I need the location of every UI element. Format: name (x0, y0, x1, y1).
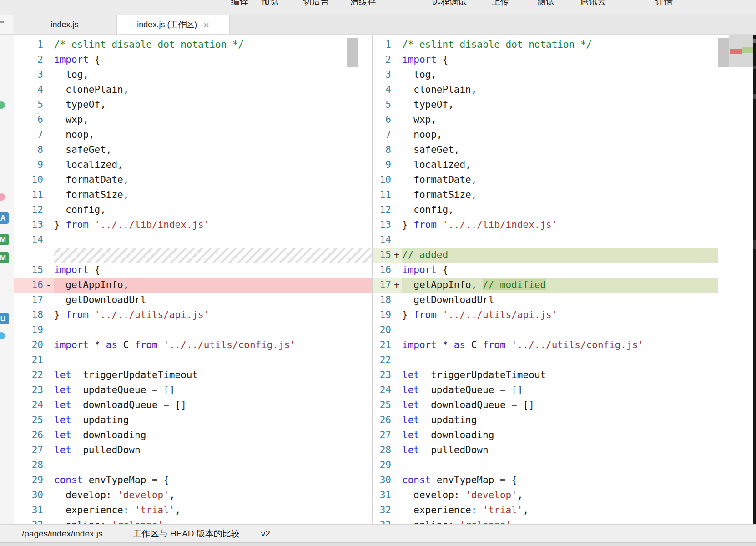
code-line[interactable]: 6 wxp, (14, 112, 372, 127)
code-line[interactable]: 29 (373, 458, 718, 473)
code-line[interactable]: 28 (14, 458, 372, 473)
menu-item-background[interactable]: 切后台 (303, 0, 329, 8)
code-line[interactable]: 23let _triggerUpdateTimeout (373, 368, 718, 383)
code-line[interactable]: 24let _updateQueue = [] (373, 383, 718, 398)
code-line[interactable]: 16- getAppInfo, (14, 278, 372, 293)
code-line[interactable]: 23let _updateQueue = [] (14, 383, 372, 398)
code-text: typeOf, (54, 97, 372, 112)
line-number: 3 (373, 67, 391, 82)
code-line[interactable]: 6 wxp, (373, 112, 718, 127)
diff-sign (43, 112, 54, 127)
code-line[interactable]: 7 noop, (14, 127, 372, 142)
code-line[interactable]: 2import { (373, 52, 718, 67)
code-line[interactable]: 9 localized, (373, 157, 718, 172)
line-number: 12 (14, 202, 43, 217)
scrollbar-thumb-right[interactable] (718, 38, 729, 67)
code-line[interactable]: 17+ getAppInfo, // modified (373, 278, 718, 293)
code-line[interactable]: 28let _pulledDown (373, 443, 718, 458)
menu-item-compile[interactable]: 编译 (231, 0, 248, 8)
diff-sign: + (391, 248, 402, 263)
code-line[interactable]: 25let _downloadQueue = [] (373, 398, 718, 413)
code-text: // added (402, 248, 718, 263)
menu-item-test[interactable]: 测试 (537, 0, 554, 8)
code-line[interactable]: 22let _triggerUpdateTimeout (14, 368, 372, 383)
gutter: 9 (14, 157, 54, 172)
code-line[interactable]: 14 (14, 233, 372, 248)
code-line[interactable]: 7 noop, (373, 127, 718, 142)
code-line[interactable]: 3 log, (373, 67, 718, 82)
code-line[interactable]: 30 develop: 'develop', (14, 488, 372, 503)
code-line[interactable]: 21 (14, 353, 372, 368)
code-line[interactable]: 3 log, (14, 67, 372, 82)
code-line[interactable]: 32 online: 'release' (14, 518, 372, 524)
code-line[interactable]: 31 develop: 'develop', (373, 488, 718, 503)
menu-item-tencent-cloud[interactable]: 腾讯云 (580, 0, 606, 8)
code-line[interactable]: 15import { (14, 263, 372, 278)
code-line[interactable]: 29const envTypeMap = { (14, 473, 372, 488)
code-line[interactable]: 14 (373, 233, 718, 248)
code-line[interactable]: 1/* eslint-disable dot-notation */ (373, 37, 718, 52)
code-line[interactable]: 32 experience: 'trial', (373, 503, 718, 518)
code-line[interactable]: 30const envTypeMap = { (373, 473, 718, 488)
code-line[interactable]: 5 typeOf, (373, 97, 718, 112)
code-line[interactable]: 19} from '../../utils/api.js' (373, 308, 718, 323)
code-line[interactable]: 2import { (14, 52, 372, 67)
code-line[interactable]: 33 online: 'release' (373, 518, 718, 524)
tab-index-js-workspace[interactable]: index.js (工作区) × (117, 15, 230, 34)
tab-label: index.js (50, 20, 78, 30)
line-number: 18 (14, 308, 43, 323)
code-line[interactable]: 12 config, (14, 202, 372, 217)
code-line[interactable]: 10 formatDate, (14, 172, 372, 187)
code-line[interactable]: 13} from '../../lib/index.js' (14, 217, 372, 233)
code-line[interactable]: 4 clonePlain, (373, 82, 718, 97)
scrollbar-thumb-left[interactable] (347, 38, 358, 67)
code-line[interactable]: 11 formatSize, (373, 187, 718, 202)
code-line[interactable]: 18 getDownloadUrl (373, 293, 718, 308)
gutter: 27 (14, 443, 54, 458)
code-line[interactable]: 5 typeOf, (14, 97, 372, 112)
code-line[interactable]: 27let _downloading (373, 428, 718, 443)
menu-item-preview[interactable]: 预览 (261, 0, 278, 8)
code-line[interactable]: 22 (373, 353, 718, 368)
code-line[interactable]: 31 experience: 'trial', (14, 503, 372, 518)
code-line[interactable]: 1/* eslint-disable dot-notation */ (14, 37, 372, 52)
diff-sign (391, 187, 402, 202)
code-line[interactable]: 10 formatDate, (373, 172, 718, 187)
code-line[interactable]: 9 localized, (14, 157, 372, 172)
line-number: 26 (373, 413, 391, 428)
gutter: 16- (14, 278, 54, 293)
diff-sign (43, 127, 54, 142)
code-line[interactable]: 16import { (373, 263, 718, 278)
code-line[interactable]: 8 safeGet, (373, 142, 718, 157)
code-line[interactable]: 20 (373, 323, 718, 338)
indent-guide (406, 82, 406, 97)
code-line[interactable]: 21import * as C from '../../utils/config… (373, 338, 718, 353)
line-number: 17 (14, 293, 43, 308)
code-line[interactable]: 12 config, (373, 202, 718, 217)
code-line[interactable]: 27let _pulledDown (14, 443, 372, 458)
code-line[interactable]: 25let _updating (14, 413, 372, 428)
menu-item-clear-cache[interactable]: 清缓存 (350, 0, 376, 8)
close-icon[interactable]: × (203, 20, 209, 30)
line-number: 14 (373, 233, 391, 248)
diff-sign (391, 37, 402, 52)
tab-index-js[interactable]: index.js (13, 15, 117, 34)
menu-item-upload[interactable]: 上传 (492, 0, 509, 8)
code-line[interactable]: 17 getDownloadUrl (14, 293, 372, 308)
code-line[interactable]: 20import * as C from '../../utils/config… (14, 338, 372, 353)
code-line[interactable]: 26let _downloading (14, 428, 372, 443)
menu-item-remote-debug[interactable]: 远程调试 (432, 0, 467, 8)
code-line[interactable]: 4 clonePlain, (14, 82, 372, 97)
line-number: 10 (373, 172, 391, 187)
code-line[interactable]: 24let _downloadQueue = [] (14, 398, 372, 413)
code-line[interactable]: 18} from '../../utils/api.js' (14, 308, 372, 323)
code-line[interactable]: 15+// added (373, 248, 718, 263)
menu-item-details[interactable]: 详情 (655, 0, 673, 8)
code-line[interactable]: 19 (14, 323, 372, 338)
code-line[interactable]: 11 formatSize, (14, 187, 372, 202)
diff-filler-row[interactable] (14, 248, 372, 263)
vcs-badge-U: U (0, 313, 9, 324)
code-line[interactable]: 8 safeGet, (14, 142, 372, 157)
code-line[interactable]: 26let _updating (373, 413, 718, 428)
code-line[interactable]: 13} from '../../lib/index.js' (373, 217, 718, 233)
